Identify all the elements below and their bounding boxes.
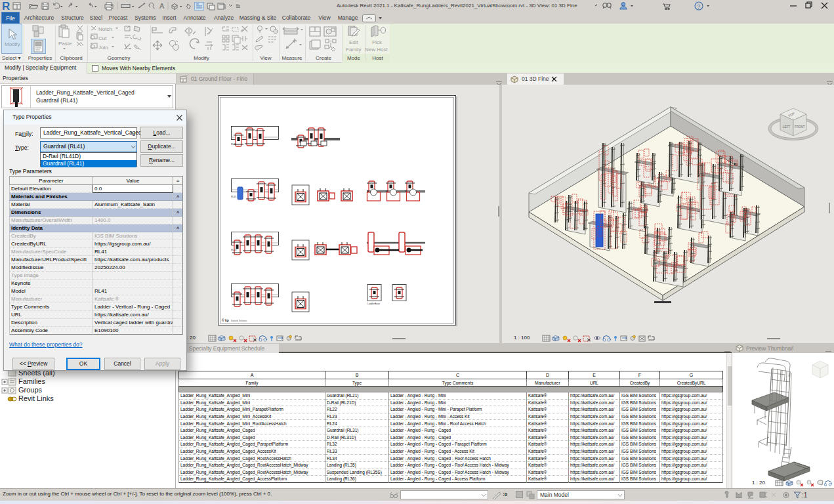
svg-text:Kattsafe Solutions: Kattsafe Solutions (231, 320, 247, 322)
svg-text:RL41: RL41 (231, 196, 236, 198)
svg-text:Revit Links: Revit Links (18, 394, 54, 402)
svg-text:Family: Family (346, 47, 362, 52)
svg-text:LEFT: LEFT (783, 125, 790, 129)
svg-text:Paste: Paste (58, 41, 72, 47)
svg-text:?: ? (697, 3, 700, 10)
svg-text:Pick: Pick (372, 39, 383, 45)
svg-text:Modify: Modify (5, 41, 20, 47)
svg-text:Join: Join (98, 45, 108, 51)
svg-text:LadderBase: LadderBase (367, 303, 380, 305)
svg-text:A: A (159, 2, 165, 10)
svg-text:RL43: RL43 (231, 249, 236, 251)
svg-text:RL41: RL41 (231, 143, 236, 146)
svg-text::1: :1 (802, 492, 808, 499)
svg-text:Notch: Notch (98, 26, 112, 32)
svg-text:R: R (2, 1, 10, 11)
svg-text:© kp: © kp (222, 318, 229, 322)
svg-text:Groups: Groups (18, 386, 43, 394)
svg-text:Edit: Edit (349, 39, 359, 45)
svg-text:Families: Families (18, 377, 45, 385)
svg-text:Cut: Cut (98, 35, 107, 41)
svg-text:FRONT: FRONT (795, 125, 805, 129)
svg-text:New Host: New Host (365, 47, 388, 52)
